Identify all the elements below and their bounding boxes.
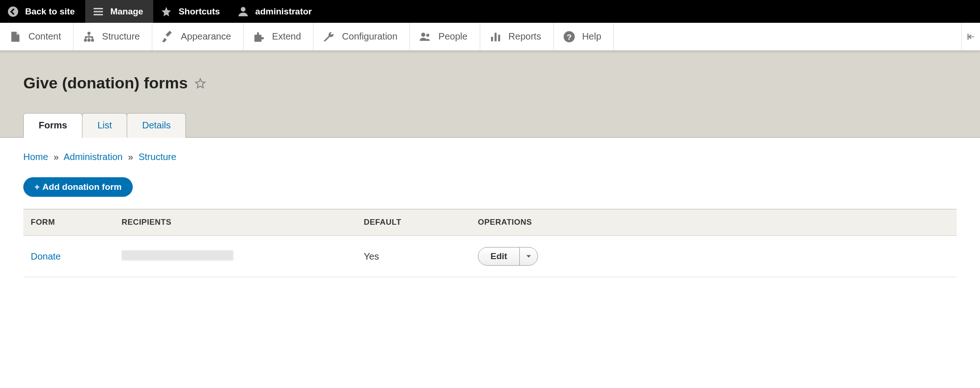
shortcuts-link[interactable]: Shortcuts (153, 0, 230, 23)
svg-point-6 (84, 39, 87, 42)
admin-menu-reports-label: Reports (509, 31, 541, 42)
operations-dropbutton: Edit (478, 247, 538, 266)
chevron-left-circle-icon (7, 6, 19, 17)
admin-menu-configuration[interactable]: Configuration (313, 23, 410, 50)
breadcrumb-structure[interactable]: Structure (138, 152, 176, 162)
wrench-icon (323, 31, 335, 43)
back-to-site-link[interactable]: Back to site (0, 0, 85, 23)
user-icon (238, 6, 249, 17)
operations-cell: Edit (470, 236, 957, 277)
admin-menu-configuration-label: Configuration (342, 31, 397, 42)
svg-point-8 (91, 39, 94, 42)
toolbar: Back to site Manage Shortcuts administra… (0, 0, 980, 23)
bar-chart-icon (490, 31, 502, 43)
content-region: Home » Administration » Structure +Add d… (0, 138, 980, 291)
shortcuts-label: Shortcuts (178, 7, 220, 17)
tab-list[interactable]: List (82, 113, 127, 138)
svg-point-10 (426, 33, 429, 37)
col-header-form: FORM (23, 209, 114, 236)
admin-menu: Content Structure Appearance Extend Conf… (0, 23, 980, 51)
admin-menu-help-label: Help (582, 31, 601, 42)
document-icon (9, 31, 21, 43)
admin-menu-reports[interactable]: Reports (480, 23, 554, 50)
svg-rect-13 (498, 34, 500, 41)
col-header-default: DEFAULT (356, 209, 470, 236)
breadcrumb-home[interactable]: Home (23, 152, 48, 162)
svg-point-9 (422, 33, 426, 37)
table-header-row: FORM RECIPIENTS DEFAULT OPERATIONS (23, 209, 957, 236)
manage-label: Manage (110, 7, 143, 17)
table-row: Donate Yes Edit (23, 236, 957, 277)
svg-point-7 (88, 39, 91, 42)
donation-forms-table: FORM RECIPIENTS DEFAULT OPERATIONS Donat… (23, 209, 957, 277)
arrow-left-to-line-icon (966, 32, 976, 41)
breadcrumb-administration[interactable]: Administration (64, 152, 123, 162)
primary-tabs: Forms List Details (23, 113, 957, 137)
form-name-link[interactable]: Donate (31, 251, 61, 261)
user-link[interactable]: administrator (230, 0, 322, 23)
admin-menu-content[interactable]: Content (0, 23, 74, 50)
svg-text:?: ? (566, 32, 572, 41)
people-icon (419, 31, 431, 43)
hamburger-icon (93, 6, 104, 17)
admin-menu-people[interactable]: People (410, 23, 480, 50)
user-label: administrator (255, 7, 312, 17)
breadcrumb-sep: » (128, 152, 133, 162)
collapse-toolbar-button[interactable] (961, 23, 980, 50)
svg-rect-2 (94, 11, 103, 12)
puzzle-icon (253, 31, 265, 43)
admin-menu-appearance[interactable]: Appearance (152, 23, 244, 50)
svg-rect-1 (94, 8, 103, 9)
svg-point-5 (88, 32, 91, 35)
admin-menu-appearance-label: Appearance (181, 31, 231, 42)
admin-menu-structure[interactable]: Structure (74, 23, 152, 50)
redacted-recipients (122, 250, 233, 261)
svg-rect-11 (491, 37, 493, 41)
back-to-site-label: Back to site (25, 7, 75, 17)
breadcrumb-sep: » (54, 152, 59, 162)
col-header-recipients: RECIPIENTS (114, 209, 356, 236)
svg-rect-3 (94, 14, 103, 15)
recipients-cell (114, 236, 356, 277)
page-title-text: Give (donation) forms (23, 74, 188, 92)
page-header-region: Give (donation) forms Forms List Details (0, 51, 980, 138)
operations-toggle[interactable] (520, 248, 538, 265)
paintbrush-icon (162, 31, 174, 43)
admin-menu-extend[interactable]: Extend (244, 23, 313, 50)
manage-link[interactable]: Manage (85, 0, 154, 23)
default-cell: Yes (356, 236, 470, 277)
tab-forms[interactable]: Forms (23, 113, 82, 138)
admin-menu-extend-label: Extend (272, 31, 301, 42)
add-donation-form-label: Add donation form (42, 182, 122, 192)
favorite-star-icon[interactable] (194, 77, 206, 89)
admin-menu-content-label: Content (28, 31, 61, 42)
breadcrumb: Home » Administration » Structure (23, 152, 957, 162)
edit-button[interactable]: Edit (478, 248, 520, 265)
help-icon: ? (563, 31, 575, 43)
add-donation-form-button[interactable]: +Add donation form (23, 177, 133, 197)
admin-menu-help[interactable]: ? Help (554, 23, 614, 50)
col-header-operations: OPERATIONS (470, 209, 957, 236)
svg-point-4 (241, 7, 245, 12)
plus-icon: + (34, 182, 40, 192)
tab-details[interactable]: Details (127, 113, 186, 138)
svg-rect-12 (494, 33, 496, 41)
admin-menu-structure-label: Structure (102, 31, 140, 42)
svg-point-0 (8, 7, 18, 17)
page-title: Give (donation) forms (23, 74, 957, 92)
star-icon (161, 6, 172, 17)
admin-menu-people-label: People (438, 31, 467, 42)
caret-down-icon (526, 254, 531, 259)
sitemap-icon (83, 31, 95, 43)
